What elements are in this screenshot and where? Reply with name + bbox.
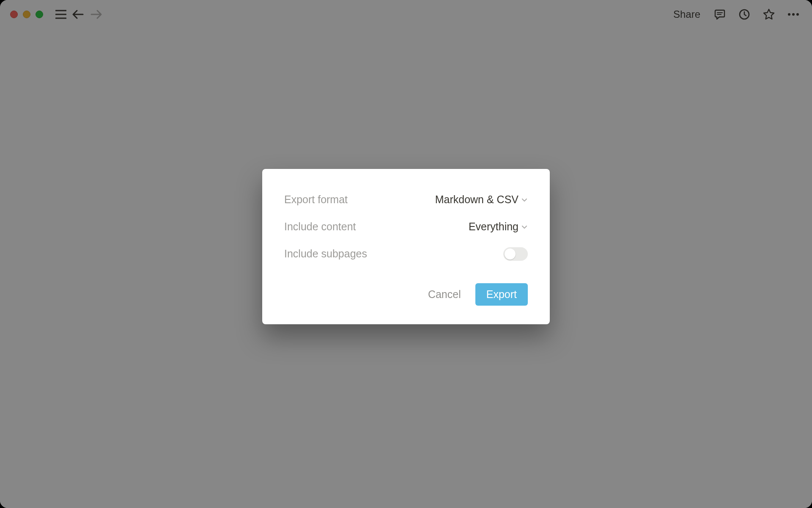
export-button[interactable]: Export: [475, 283, 528, 306]
include-subpages-toggle[interactable]: [503, 247, 528, 261]
export-format-select[interactable]: Markdown & CSV: [435, 193, 528, 206]
include-content-value: Everything: [469, 221, 518, 233]
chevron-down-icon: [521, 224, 528, 230]
include-content-label: Include content: [284, 221, 356, 233]
include-content-row: Include content Everything: [284, 220, 528, 234]
toggle-knob: [505, 248, 516, 260]
export-format-label: Export format: [284, 193, 348, 206]
export-dialog: Export format Markdown & CSV Include con…: [262, 169, 550, 324]
export-format-value: Markdown & CSV: [435, 193, 518, 206]
include-subpages-row: Include subpages: [284, 247, 528, 261]
chevron-down-icon: [521, 196, 528, 203]
modal-overlay[interactable]: Export format Markdown & CSV Include con…: [0, 0, 812, 508]
cancel-label: Cancel: [428, 288, 461, 300]
dialog-footer: Cancel Export: [284, 283, 528, 306]
include-content-select[interactable]: Everything: [469, 221, 528, 233]
export-label: Export: [486, 288, 517, 300]
app-window: Share: [0, 0, 812, 508]
export-format-row: Export format Markdown & CSV: [284, 193, 528, 207]
include-subpages-label: Include subpages: [284, 248, 367, 260]
cancel-button[interactable]: Cancel: [425, 285, 464, 304]
